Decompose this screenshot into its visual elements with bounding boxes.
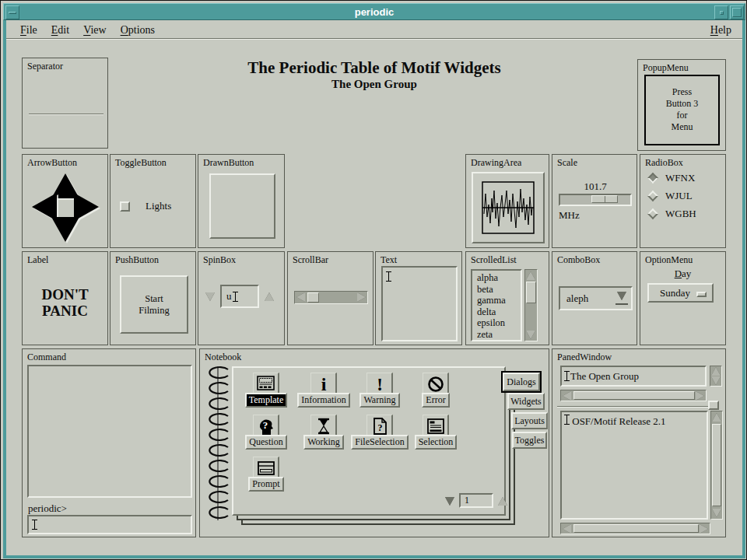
selection-dialog-item[interactable]: Selection	[406, 415, 465, 450]
tab-toggles[interactable]: Toggles	[512, 432, 547, 449]
notebook-page-up-arrow[interactable]	[498, 497, 507, 506]
list-scroll-up-arrow[interactable]	[526, 271, 535, 280]
paned-top-scroll-right-arrow[interactable]	[696, 391, 704, 401]
paned-top-hscroll-thumb[interactable]	[573, 391, 695, 400]
titlebar[interactable]: periodic	[3, 3, 745, 20]
menu-view[interactable]: View	[83, 24, 107, 37]
working-dialog-item[interactable]: Working	[294, 415, 353, 450]
radio-wfnx[interactable]	[647, 173, 658, 184]
day-option-button[interactable]: Sunday	[647, 283, 714, 303]
lights-checkbox-label[interactable]: Lights	[146, 200, 171, 212]
paned-top-text-field[interactable]: The Open Group	[560, 366, 707, 387]
text-panel: Text	[375, 251, 462, 345]
fileselection-label[interactable]: FileSelection	[351, 435, 408, 450]
list-item[interactable]: epsilon	[477, 317, 521, 329]
paned-bottom-horizontal-scrollbar[interactable]	[560, 523, 710, 534]
page-title: The Periodic Table of Motif Widgets	[156, 58, 592, 78]
command-input[interactable]	[27, 515, 192, 534]
list-scroll-thumb[interactable]	[526, 282, 536, 303]
togglebutton-panel-label: ToggleButton	[115, 157, 167, 169]
spinbox-up-arrow[interactable]	[265, 292, 274, 301]
radio-wgbh-label[interactable]: WGBH	[665, 208, 696, 220]
scale-trough[interactable]	[559, 194, 632, 206]
paned-bottom-scroll-right-arrow[interactable]	[700, 524, 708, 534]
question-label[interactable]: Question	[245, 435, 286, 450]
minimize-button[interactable]	[714, 5, 728, 19]
radio-wjul-label[interactable]: WJUL	[665, 190, 693, 202]
spinbox-down-arrow[interactable]	[205, 292, 215, 301]
paned-bottom-scroll-up-arrow[interactable]	[712, 413, 721, 422]
radio-wgbh[interactable]	[647, 208, 658, 219]
drawn-button[interactable]	[209, 173, 275, 239]
prompt-label[interactable]: Prompt	[248, 477, 283, 492]
drawing-area[interactable]	[472, 172, 545, 243]
list-item[interactable]: beta	[477, 284, 521, 296]
horizontal-scrollbar[interactable]	[294, 291, 368, 304]
combobox-dropdown-arrow[interactable]	[617, 292, 626, 300]
question-dialog-item[interactable]: ? Question	[237, 415, 296, 450]
list-item[interactable]: gamma	[477, 295, 521, 306]
list-vertical-scrollbar[interactable]	[524, 269, 538, 341]
paned-bottom-text-area[interactable]: OSF/Motif Release 2.1	[560, 411, 708, 520]
radiobox-panel-label: RadioBox	[645, 157, 683, 169]
wm-frame-bottom[interactable]	[3, 555, 745, 558]
warning-dialog-item[interactable]: ! Warning	[350, 373, 409, 408]
template-label[interactable]: Template	[245, 393, 287, 408]
paned-top-horizontal-scrollbar[interactable]	[560, 390, 707, 401]
tab-dialogs[interactable]: Dialogs	[503, 373, 540, 391]
list-item[interactable]: zeta	[477, 329, 521, 341]
spinbox-panel: SpinBox u	[198, 251, 285, 345]
information-dialog-item[interactable]: i Information	[294, 373, 353, 408]
prompt-dialog-item[interactable]: Prompt	[237, 457, 296, 492]
spinbox-field[interactable]: u	[220, 285, 259, 308]
paned-top-vertical-scrollbar[interactable]	[710, 366, 722, 387]
wm-frame-right[interactable]	[742, 20, 745, 558]
list-item[interactable]: alpha	[477, 272, 521, 284]
information-label[interactable]: Information	[297, 393, 349, 408]
paned-bottom-scroll-down-arrow[interactable]	[712, 509, 721, 517]
scale-thumb[interactable]	[591, 195, 618, 203]
command-prompt: periodic>	[28, 502, 67, 515]
command-history[interactable]	[27, 365, 192, 498]
error-label[interactable]: Error	[422, 393, 449, 408]
wm-frame-left[interactable]	[3, 20, 6, 558]
scrollbar-right-arrow[interactable]	[357, 292, 366, 302]
start-filming-button[interactable]: Start Filming	[120, 275, 188, 334]
tab-layouts[interactable]: Layouts	[511, 412, 548, 429]
paned-top-scroll-up-arrow[interactable]	[711, 367, 721, 376]
list-item[interactable]: delta	[477, 306, 521, 318]
tab-widgets[interactable]: Widgets	[507, 393, 545, 410]
menu-help[interactable]: Help	[710, 24, 731, 37]
selection-label[interactable]: Selection	[415, 435, 458, 450]
pushbutton-panel-label: PushButton	[115, 254, 159, 266]
pane-sash-handle[interactable]	[708, 401, 719, 410]
radio-wjul[interactable]	[647, 191, 658, 201]
notebook-page-field[interactable]: 1	[459, 493, 493, 508]
menu-options[interactable]: Options	[121, 24, 155, 37]
fileselection-dialog-item[interactable]: ? FileSelection	[350, 415, 409, 450]
scrollbar-left-arrow[interactable]	[296, 292, 305, 302]
paned-bottom-scroll-left-arrow[interactable]	[563, 524, 571, 534]
popupmenu-area[interactable]: Press Button 3 for Menu	[644, 75, 720, 145]
lights-checkbox[interactable]	[120, 201, 130, 212]
working-label[interactable]: Working	[303, 435, 344, 450]
paned-bottom-hscroll-thumb[interactable]	[573, 524, 699, 533]
maximize-button[interactable]	[730, 5, 744, 19]
template-dialog-item[interactable]: Template	[237, 373, 296, 408]
list-scroll-down-arrow[interactable]	[526, 331, 535, 339]
paned-top-scroll-left-arrow[interactable]	[563, 391, 571, 401]
arrow-down-button[interactable]	[51, 217, 79, 242]
paned-bottom-vscroll-thumb[interactable]	[712, 424, 721, 506]
list[interactable]: alpha beta gamma delta epsilon zeta	[471, 269, 522, 341]
radio-wfnx-label[interactable]: WFNX	[665, 172, 695, 184]
scrollbar-thumb[interactable]	[307, 292, 319, 303]
paned-top-scroll-down-arrow[interactable]	[711, 376, 721, 385]
text-area[interactable]	[381, 266, 458, 341]
panedwindow-panel: PanedWindow The Open Group OSF/Motif Rel…	[552, 348, 726, 537]
notebook-page-down-arrow[interactable]	[445, 497, 454, 506]
error-dialog-item[interactable]: Error	[406, 373, 465, 408]
paned-bottom-vertical-scrollbar[interactable]	[710, 411, 723, 520]
menu-edit[interactable]: Edit	[51, 24, 69, 37]
menu-file[interactable]: File	[20, 24, 37, 37]
warning-label[interactable]: Warning	[359, 393, 399, 408]
